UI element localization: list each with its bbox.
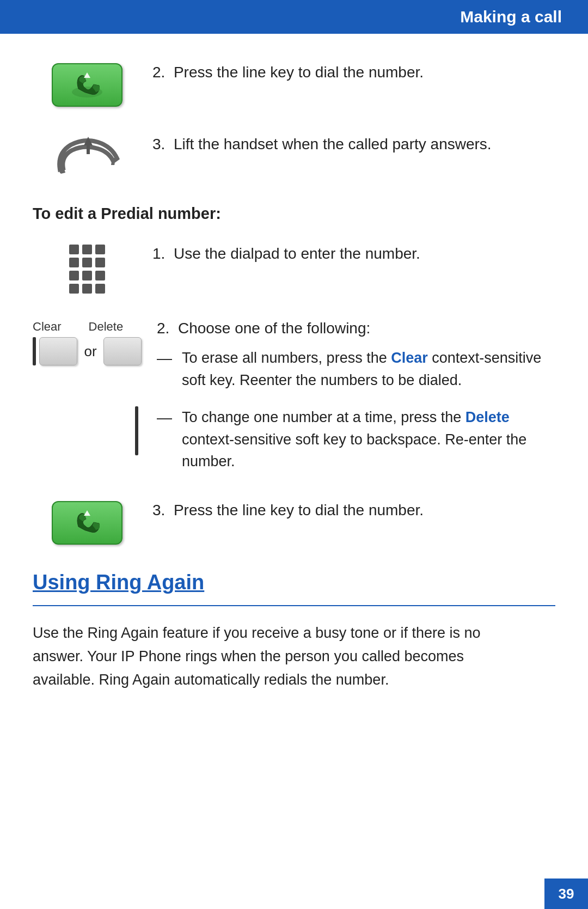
dialpad-dot [82,284,92,294]
or-text: or [84,343,96,360]
bullet-item-delete: — To change one number at a time, press … [157,406,555,473]
clear-softkey-button[interactable] [39,337,77,365]
bullet-text-delete: To change one number at a time, press th… [182,406,555,473]
step-row-lift-handset: 3. Lift the handset when the called part… [33,133,555,179]
softkey-labels-row: Clear Delete [33,320,142,334]
main-content: 2. Press the line key to dial the number… [0,34,588,724]
step-number-3a: 3. [152,136,165,152]
dialpad-dot [95,245,105,254]
dialpad-dot [69,271,79,280]
step-icon-phone [33,61,142,107]
step-row-dialpad: 1. Use the dialpad to enter the number. [33,242,555,294]
ring-again-title: Using Ring Again [33,571,555,594]
dialpad-dot [95,271,105,280]
header-bar: Making a call [0,0,588,34]
softkey-buttons-row: or [33,337,142,365]
dialpad-grid [69,245,105,294]
green-phone-button [52,63,122,107]
bullet-dash-1: — [157,347,172,370]
choose-step-content: 2. Choose one of the following: — To era… [142,320,555,488]
svg-rect-3 [87,143,90,154]
step-text-press-line: 2. Press the line key to dial the number… [142,61,555,84]
phone-svg-icon-2 [71,509,103,536]
header-title: Making a call [460,8,562,26]
step-icon-phone-2 [33,499,142,545]
dialpad-dot [82,271,92,280]
delete-softkey-button[interactable] [103,337,142,365]
dialpad-dot [95,284,105,294]
delete-label: Delete [89,320,124,334]
left-bar-indicator-2 [135,406,138,455]
step-number-2: 2. [152,64,165,81]
step-text-press-line-2: 3. Press the line key to dial the number… [142,499,555,522]
bullet-dash-2: — [157,406,172,429]
step-row-press-line-key-2: 3. Press the line key to dial the number… [33,499,555,545]
delete-blue-link: Delete [465,409,510,425]
handset-svg-icon [49,137,125,178]
step-number-3b: 3. [152,502,165,518]
step-icon-dialpad [33,242,142,294]
step-text-choose: 2. Choose one of the following: [157,320,555,337]
dialpad-dot [69,245,79,254]
dialpad-dot [95,258,105,267]
step-text-lift-handset: 3. Lift the handset when the called part… [142,133,555,156]
left-bar-indicator-1 [33,337,36,365]
dialpad-dot [82,245,92,254]
svg-marker-1 [84,72,90,78]
clear-blue-link: Clear [391,350,428,366]
step-number-2b: 2. [157,320,169,337]
step-text-dialpad: 1. Use the dialpad to enter the number. [142,242,555,265]
clear-label: Clear [33,320,62,334]
handset-container [49,135,125,179]
bullet-section: — To erase all numbers, press the Clear … [157,347,555,473]
phone-svg-icon [71,71,103,99]
step-icon-handset [33,133,142,179]
step-row-press-line-key: 2. Press the line key to dial the number… [33,61,555,107]
step-number-1: 1. [152,245,165,262]
bullet-text-clear: To erase all numbers, press the Clear co… [182,347,555,391]
green-phone-button-2 [52,501,122,545]
svg-marker-4 [84,510,90,516]
section-divider [33,605,555,606]
step-row-choose: Clear Delete or 2. Choose one of the fol… [33,320,555,488]
ring-again-section: Using Ring Again Use the Ring Again feat… [33,571,555,692]
ring-again-description: Use the Ring Again feature if you receiv… [33,621,501,692]
predial-section-heading: To edit a Predial number: [33,205,555,223]
page-number-box: 39 [544,879,588,909]
page-number: 39 [559,886,574,902]
dialpad-dot [82,258,92,267]
softkeys-col: Clear Delete or [33,320,142,365]
content-inner: 2. Press the line key to dial the number… [33,61,555,692]
dialpad-dot [69,284,79,294]
dialpad-dot [69,258,79,267]
bullet-item-clear: — To erase all numbers, press the Clear … [157,347,555,391]
